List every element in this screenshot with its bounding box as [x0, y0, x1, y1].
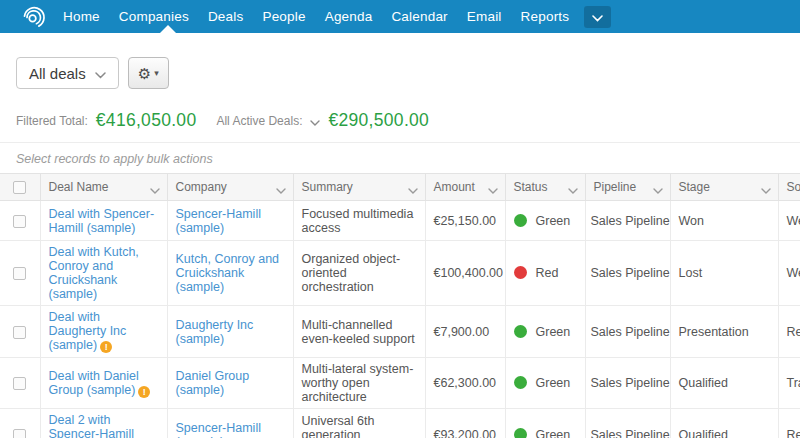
status-cell: Green: [505, 358, 585, 409]
status-label: Green: [536, 376, 571, 390]
row-checkbox[interactable]: [13, 215, 26, 228]
bulk-actions-hint: Select records to apply bulk actions: [0, 143, 800, 173]
nav-more-button[interactable]: [584, 6, 611, 28]
deal-filter-label: All deals: [29, 65, 86, 82]
company-link[interactable]: Daugherty Inc (sample): [176, 318, 254, 346]
chevron-down-icon: [568, 183, 578, 197]
amount-cell: €62,300.00: [425, 358, 505, 409]
column-header-company[interactable]: Company: [167, 174, 293, 201]
source-cell: Refe: [778, 306, 800, 358]
column-label: Deal Name: [49, 180, 109, 194]
chevron-down-icon: [653, 183, 663, 197]
nav-item-people[interactable]: People: [262, 9, 305, 24]
pipeline-cell: Sales Pipeline: [585, 358, 670, 409]
status-label: Red: [536, 266, 559, 280]
chevron-down-icon: [408, 183, 418, 197]
warning-icon: !: [138, 386, 150, 398]
column-label: Status: [514, 180, 548, 194]
row-checkbox[interactable]: [13, 377, 26, 390]
company-cell: Spencer-Hamill (sample): [167, 409, 293, 438]
active-deals-label: All Active Deals:: [216, 114, 302, 128]
deal-name-cell: Deal with Daugherty Inc (sample)!: [40, 306, 167, 358]
row-checkbox[interactable]: [13, 326, 26, 339]
row-checkbox[interactable]: [13, 267, 26, 280]
table-row: Deal with Kutch, Conroy and Cruickshank …: [0, 241, 800, 306]
status-dot-icon: [514, 214, 527, 227]
column-header-sou[interactable]: Sou: [778, 174, 800, 201]
nav-item-home[interactable]: Home: [63, 9, 100, 24]
app-logo-icon[interactable]: [22, 4, 47, 29]
deal-link[interactable]: Deal with Kutch, Conroy and Cruickshank …: [49, 245, 139, 301]
deal-filter-dropdown[interactable]: All deals: [16, 57, 119, 89]
caret-down-icon: ▾: [154, 69, 159, 78]
row-select-cell: [0, 241, 40, 306]
deals-table: Deal NameCompanySummaryAmountStatusPipel…: [0, 173, 800, 438]
column-header-amount[interactable]: Amount: [425, 174, 505, 201]
table-head: Deal NameCompanySummaryAmountStatusPipel…: [0, 174, 800, 201]
column-label: Company: [176, 180, 227, 194]
status-label: Green: [536, 428, 571, 438]
status-dot-icon: [514, 266, 527, 279]
select-all-checkbox[interactable]: [13, 181, 26, 194]
nav-item-agenda[interactable]: Agenda: [325, 9, 373, 24]
status-cell: Red: [505, 241, 585, 306]
deal-name-cell: Deal 2 with Spencer-Hamill (sample)!: [40, 409, 167, 438]
summary-cell: Universal 6th generation collaboration: [293, 409, 425, 438]
nav-item-deals[interactable]: Deals: [208, 9, 244, 24]
summary-cell: Multi-channelled even-keeled support: [293, 306, 425, 358]
status-label: Green: [536, 325, 571, 339]
toolbar: All deals ⚙ ▾: [0, 33, 800, 89]
amount-cell: €93,200.00: [425, 409, 505, 438]
table-row: Deal with Daniel Group (sample)!Daniel G…: [0, 358, 800, 409]
header-row: Deal NameCompanySummaryAmountStatusPipel…: [0, 174, 800, 201]
stage-cell: Lost: [670, 241, 778, 306]
company-link[interactable]: Kutch, Conroy and Cruickshank (sample): [176, 252, 280, 294]
chevron-down-icon: [592, 8, 603, 26]
column-label: Sou: [787, 180, 800, 194]
nav-item-reports[interactable]: Reports: [521, 9, 570, 24]
pipeline-cell: Sales Pipeline: [585, 306, 670, 358]
nav-item-calendar[interactable]: Calendar: [391, 9, 447, 24]
column-header-status[interactable]: Status: [505, 174, 585, 201]
source-cell: Web: [778, 241, 800, 306]
table-row: Deal with Spencer-Hamill (sample)Spencer…: [0, 201, 800, 241]
deal-link[interactable]: Deal with Daugherty Inc (sample): [49, 310, 127, 352]
row-checkbox[interactable]: [13, 429, 26, 438]
table-body: Deal with Spencer-Hamill (sample)Spencer…: [0, 201, 800, 438]
summary-cell: Multi-lateral system-worthy open archite…: [293, 358, 425, 409]
company-link[interactable]: Spencer-Hamill (sample): [176, 421, 261, 438]
gear-icon: ⚙: [138, 66, 151, 81]
chevron-down-icon: [150, 183, 160, 197]
nav-item-companies[interactable]: Companies: [119, 9, 189, 24]
source-cell: Web: [778, 201, 800, 241]
column-header-summary[interactable]: Summary: [293, 174, 425, 201]
deal-link[interactable]: Deal 2 with Spencer-Hamill (sample): [49, 413, 134, 438]
nav-item-email[interactable]: Email: [467, 9, 502, 24]
chevron-down-icon[interactable]: [310, 112, 320, 130]
amount-cell: €7,900.00: [425, 306, 505, 358]
company-cell: Kutch, Conroy and Cruickshank (sample): [167, 241, 293, 306]
amount-cell: €25,150.00: [425, 201, 505, 241]
table-row: Deal with Daugherty Inc (sample)!Daugher…: [0, 306, 800, 358]
chevron-down-icon: [95, 65, 106, 82]
deal-link[interactable]: Deal with Spencer-Hamill (sample): [49, 207, 155, 235]
status-dot-icon: [514, 325, 527, 338]
row-select-cell: [0, 201, 40, 241]
column-header-pipeline[interactable]: Pipeline: [585, 174, 670, 201]
column-label: Summary: [302, 180, 353, 194]
status-label: Green: [536, 214, 571, 228]
column-header-stage[interactable]: Stage: [670, 174, 778, 201]
status-cell: Green: [505, 201, 585, 241]
company-link[interactable]: Spencer-Hamill (sample): [176, 207, 261, 235]
nav-menu: HomeCompaniesDealsPeopleAgendaCalendarEm…: [63, 9, 569, 24]
column-header-deal-name[interactable]: Deal Name: [40, 174, 167, 201]
bulk-actions-gear-button[interactable]: ⚙ ▾: [128, 57, 169, 89]
status-dot-icon: [514, 376, 527, 389]
deal-name-cell: Deal with Kutch, Conroy and Cruickshank …: [40, 241, 167, 306]
company-link[interactable]: Daniel Group (sample): [176, 369, 250, 397]
deal-link[interactable]: Deal with Daniel Group (sample): [49, 369, 139, 397]
table-row: Deal 2 with Spencer-Hamill (sample)!Spen…: [0, 409, 800, 438]
select-all-cell: [0, 174, 40, 201]
pipeline-cell: Sales Pipeline: [585, 409, 670, 438]
filtered-total-value: €416,050.00: [96, 110, 197, 131]
